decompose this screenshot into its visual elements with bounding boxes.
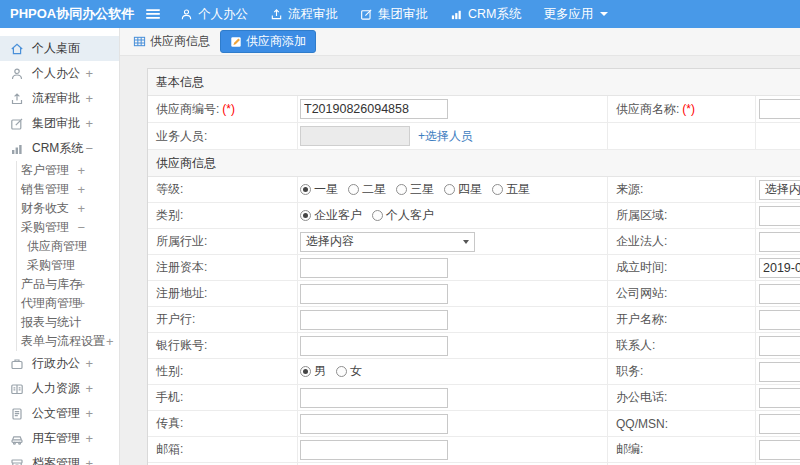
fax-input[interactable] (300, 414, 448, 434)
radio-option-one-star[interactable]: 一星 (300, 181, 338, 198)
radio-option-personal[interactable]: 个人客户 (372, 207, 434, 224)
sidebar-item-sales-mgmt[interactable]: 销售管理 + (17, 180, 119, 199)
sidebar-item-official-doc-mgmt[interactable]: 公文管理 + (0, 401, 119, 426)
sidebar-item-reports-stats[interactable]: 报表与统计 (17, 313, 119, 332)
reg-capital-cell (298, 255, 608, 280)
sidebar-item-workflow-approval[interactable]: 流程审批 + (0, 86, 119, 111)
home-icon (10, 42, 24, 56)
website-input[interactable] (759, 284, 800, 304)
reg-capital-label: 注册资本: (148, 255, 298, 280)
sidebar-item-agent-mgmt[interactable]: 代理商管理 + (17, 294, 119, 313)
radio-option-three-star[interactable]: 三星 (396, 181, 434, 198)
collapse-toggle[interactable]: − (77, 220, 85, 235)
office-phone-cell (756, 385, 800, 410)
form-row: 供应商编号:(*) 供应商名称:(*) (148, 96, 800, 123)
supplier-no-input[interactable] (300, 99, 448, 119)
expand-toggle[interactable]: + (85, 356, 93, 371)
form-row: 注册资本: 成立时间: (148, 255, 800, 281)
document-icon (10, 407, 24, 421)
radio-option-five-star[interactable]: 五星 (492, 181, 530, 198)
radio-option-four-star[interactable]: 四星 (444, 181, 482, 198)
position-input[interactable] (759, 362, 800, 382)
expand-toggle[interactable]: + (77, 277, 85, 292)
topbar: PHPOA协同办公软件 个人办公 流程审批 集团审批 CRM系统 更多应用 (0, 0, 800, 28)
radio-icon (444, 184, 455, 195)
form-row: 所属行业: 选择内容 企业法人: (148, 229, 800, 255)
expand-toggle[interactable]: + (85, 406, 93, 421)
radio-option-male[interactable]: 男 (300, 363, 326, 380)
industry-select[interactable]: 选择内容 (300, 232, 475, 252)
tab-supplier-add[interactable]: 供应商添加 (220, 30, 316, 53)
expand-toggle[interactable]: + (85, 91, 93, 106)
id-card-icon (10, 382, 24, 396)
sidebar-item-personal-desktop[interactable]: 个人桌面 (0, 36, 119, 61)
zip-input[interactable] (759, 440, 800, 460)
contact-input[interactable] (759, 336, 800, 356)
bank-account-input[interactable] (300, 336, 448, 356)
founded-date-input[interactable] (759, 258, 800, 278)
expand-toggle[interactable]: + (85, 431, 93, 446)
supplier-no-label: 供应商编号:(*) (148, 96, 298, 122)
reg-capital-input[interactable] (300, 258, 448, 278)
category-radio-group: 企业客户 个人客户 (298, 203, 608, 228)
bank-account-cell (298, 333, 608, 358)
sidebar-item-purchase-mgmt[interactable]: 采购管理 − (17, 218, 119, 237)
form-row: 性别: 男 女 职务: (148, 359, 800, 385)
form-row: 传真: QQ/MSN: (148, 411, 800, 437)
sidebar-item-admin-office[interactable]: 行政办公 + (0, 351, 119, 376)
source-cell: 选择内容 (756, 177, 800, 202)
office-phone-input[interactable] (759, 388, 800, 408)
section-title-supplier-info: 供应商信息 (148, 150, 800, 177)
hamburger-menu-icon[interactable] (146, 7, 160, 21)
nav-more-apps[interactable]: 更多应用 (543, 6, 608, 23)
supplier-name-input[interactable] (759, 99, 800, 119)
choose-person-link[interactable]: +选择人员 (418, 128, 473, 145)
sidebar-item-product-inventory[interactable]: 产品与库存 + (17, 275, 119, 294)
expand-toggle[interactable]: + (85, 381, 93, 396)
email-input[interactable] (300, 440, 448, 460)
radio-option-female[interactable]: 女 (336, 363, 362, 380)
reg-address-input[interactable] (300, 284, 448, 304)
source-select[interactable]: 选择内容 (759, 180, 800, 200)
edit-square-icon (360, 8, 373, 21)
sidebar-item-hr[interactable]: 人力资源 + (0, 376, 119, 401)
radio-option-two-star[interactable]: 二星 (348, 181, 386, 198)
expand-toggle[interactable]: + (77, 201, 85, 216)
expand-toggle[interactable]: + (85, 456, 93, 465)
expand-toggle[interactable]: + (85, 66, 93, 81)
mobile-input[interactable] (300, 388, 448, 408)
sidebar-item-form-workflow-settings[interactable]: 表单与流程设置 + (17, 332, 119, 351)
sidebar-item-supplier-mgmt[interactable]: 供应商管理 (17, 237, 119, 256)
form-row: 类别: 企业客户 个人客户 所属区域: (148, 203, 800, 229)
sidebar-item-customer-mgmt[interactable]: 客户管理 + (17, 161, 119, 180)
collapse-toggle[interactable]: − (85, 141, 93, 156)
expand-toggle[interactable]: + (77, 182, 85, 197)
account-name-input[interactable] (759, 310, 800, 330)
qq-msn-input[interactable] (759, 414, 800, 434)
sidebar-item-vehicle-mgmt[interactable]: 用车管理 + (0, 426, 119, 451)
legal-person-input[interactable] (759, 232, 800, 252)
sidebar-item-crm-system[interactable]: CRM系统 − (0, 136, 119, 161)
expand-toggle[interactable]: + (77, 163, 85, 178)
sidebar-item-archive-mgmt[interactable]: 档案管理 + (0, 451, 119, 465)
nav-workflow-approval[interactable]: 流程审批 (270, 6, 338, 23)
sidebar-item-personal-office[interactable]: 个人办公 + (0, 61, 119, 86)
expand-toggle[interactable]: + (106, 334, 114, 349)
expand-toggle[interactable]: + (77, 296, 85, 311)
nav-crm-system[interactable]: CRM系统 (450, 6, 521, 23)
supplier-name-label: 供应商名称:(*) (608, 96, 756, 122)
region-input[interactable] (759, 206, 800, 226)
radio-option-company[interactable]: 企业客户 (300, 207, 362, 224)
supplier-add-form: 基本信息 供应商编号:(*) 供应商名称:(*) (147, 68, 800, 465)
expand-toggle[interactable]: + (85, 116, 93, 131)
salesman-input[interactable] (300, 126, 410, 146)
form-row: 手机: 办公电话: (148, 385, 800, 411)
sidebar-item-group-approval[interactable]: 集团审批 + (0, 111, 119, 136)
tab-supplier-info[interactable]: 供应商信息 (133, 33, 210, 50)
bank-input[interactable] (300, 310, 448, 330)
nav-personal-office[interactable]: 个人办公 (180, 6, 248, 23)
founded-date-cell (756, 255, 800, 280)
sidebar-item-finance-mgmt[interactable]: 财务收支 + (17, 199, 119, 218)
nav-group-approval[interactable]: 集团审批 (360, 6, 428, 23)
sidebar-item-purchase-mgmt-sub[interactable]: 采购管理 (17, 256, 119, 275)
